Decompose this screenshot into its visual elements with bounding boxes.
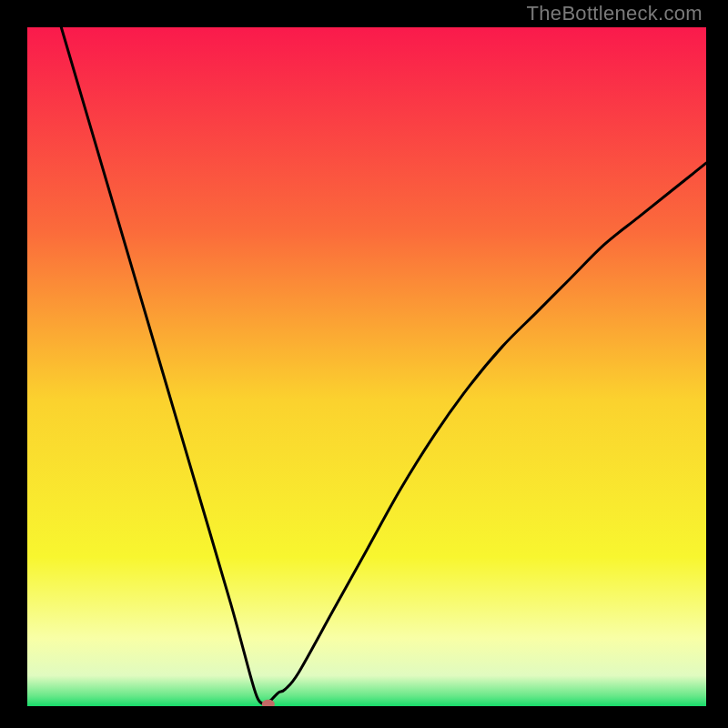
chart-background (27, 27, 706, 706)
watermark-label: TheBottleneck.com (527, 2, 703, 25)
chart-frame: TheBottleneck.com (0, 0, 728, 728)
bottleneck-chart (27, 27, 706, 706)
